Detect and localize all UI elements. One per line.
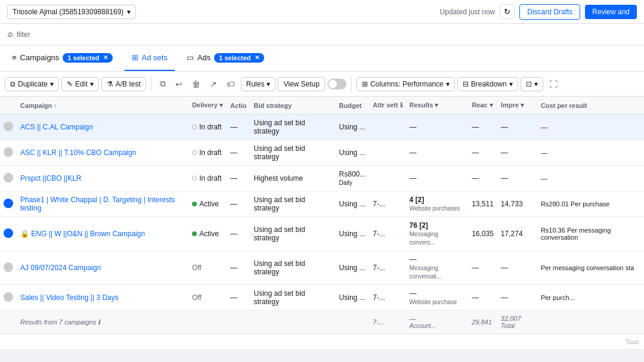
ads-icon: ▭ — [187, 53, 194, 62]
row-toggle-cell — [0, 251, 17, 285]
edit-label: Edit — [75, 80, 88, 88]
ab-test-button[interactable]: ⚗ A/B test — [101, 77, 146, 91]
rules-label: Rules — [246, 80, 265, 88]
adsets-label: Ad sets — [142, 53, 168, 62]
tabs-bar: ≡ Campaigns 1 selected ✕ ⊞ Ad sets ▭ Ads… — [0, 45, 644, 72]
edit-button[interactable]: ✎ Edit ▾ — [61, 77, 99, 91]
active-indicator[interactable] — [4, 199, 13, 208]
copy-button[interactable]: ⧉ — [156, 76, 169, 91]
results-dropdown-icon[interactable]: ▾ — [435, 101, 438, 109]
campaign-name-link[interactable]: ACS || C.AL Campaign — [20, 123, 93, 131]
ads-badge-close[interactable]: ✕ — [255, 54, 259, 61]
attr-sett-cell — [369, 166, 405, 191]
impressions-cell: 17,274 — [497, 217, 537, 251]
bid-strategy-cell: Using ad set bid strategy — [250, 217, 336, 251]
duplicate-chevron: ▾ — [50, 80, 54, 88]
campaign-name-link[interactable]: Prspct ||CBO ||KLR — [20, 174, 82, 182]
inactive-indicator[interactable] — [4, 173, 13, 182]
campaign-name-cell: Prspct ||CBO ||KLR — [17, 166, 188, 191]
tab-ads[interactable]: ▭ Ads 1 selected ✕ — [179, 45, 271, 71]
delivery-dropdown-icon[interactable]: ▾ — [219, 101, 223, 109]
view-setup-label: View Setup — [283, 80, 320, 88]
inactive-indicator[interactable] — [4, 292, 13, 302]
campaigns-badge-close[interactable]: ✕ — [103, 54, 108, 61]
chevron-down-icon: ▾ — [127, 8, 131, 16]
delivery-text: Active — [199, 230, 219, 238]
export-button[interactable]: ⊡ ▾ — [521, 77, 543, 91]
sort-arrow-campaign: ↑ — [54, 103, 57, 109]
refresh-button[interactable]: ↻ — [500, 4, 515, 19]
bid-strategy-cell: Using ad set bid strategy — [250, 140, 336, 166]
move-button[interactable]: ↗ — [206, 77, 221, 91]
results-cell: —Messaging conversati... — [406, 251, 469, 285]
impressions-cell: — — [497, 115, 537, 140]
campaign-name-cell: Phase1 | White Chappal | D. Targeting | … — [17, 191, 188, 217]
updated-text: Updated just now — [440, 8, 496, 16]
active-indicator[interactable] — [4, 228, 13, 238]
impr-dropdown-icon[interactable]: ▾ — [521, 101, 524, 109]
impressions-cell: — — [497, 166, 537, 191]
duplicate-button[interactable]: ⧉ Duplicate ▾ — [5, 77, 59, 91]
reach-dropdown-icon[interactable]: ▾ — [490, 101, 493, 109]
footer-reach: 29,841 — [468, 311, 497, 334]
account-selector[interactable]: Triosole Ajmal (358519309888169) ▾ — [7, 5, 136, 19]
bid-strategy-cell: Using ad set bid strategy — [250, 285, 336, 311]
ads-selected-badge: 1 selected ✕ — [214, 53, 264, 63]
breakdown-icon: ⊟ — [463, 80, 469, 88]
attr-sett-cell — [369, 115, 405, 140]
review-button[interactable]: Review and — [585, 5, 637, 19]
campaigns-selected-badge: 1 selected ✕ — [63, 53, 112, 63]
status-dot — [192, 150, 197, 155]
th-attr: Attr sett ℹ — [369, 97, 405, 115]
bottom-hint: Touc — [0, 334, 644, 349]
reach-cell: 13,511 — [468, 191, 497, 217]
discard-drafts-button[interactable]: Discard Drafts — [519, 4, 580, 20]
campaign-name-link[interactable]: ASC || KLR || T.10% CBO Campaign — [20, 148, 136, 157]
toggle-switch[interactable] — [327, 79, 346, 89]
delete-button[interactable]: 🗑 — [188, 77, 204, 91]
inactive-indicator[interactable] — [4, 147, 13, 157]
cost-cell: Rs10.36 Per messaging conversation — [537, 217, 644, 251]
th-cost: Cost per result — [537, 97, 644, 115]
row-toggle-cell — [0, 166, 17, 191]
reach-cell: — — [468, 285, 497, 311]
tag-button[interactable]: 🏷 — [223, 77, 239, 91]
budget-cell: Using ... — [336, 140, 370, 166]
rules-button[interactable]: Rules ▾ — [241, 77, 276, 91]
table-header-row: Campaign ↑ Delivery ▾ Actio Bid strategy… — [0, 97, 644, 115]
action-cell: — — [227, 217, 250, 251]
status-dot — [192, 202, 197, 206]
budget-cell: Rs800...Daily — [336, 166, 370, 191]
th-campaign[interactable]: Campaign ↑ — [17, 97, 188, 115]
inactive-indicator[interactable] — [4, 122, 13, 131]
campaign-name-link[interactable]: AJ 09/07/2024 Campaign — [20, 264, 101, 272]
duplicate-label: Duplicate — [18, 80, 48, 88]
footer-label: Results from 7 campaigns ℹ — [17, 311, 188, 334]
columns-button[interactable]: ⊞ Columns: Performance ▾ — [357, 77, 455, 91]
action-cell: — — [227, 285, 250, 311]
footer-budget — [336, 311, 370, 334]
tab-adsets[interactable]: ⊞ Ad sets — [125, 45, 175, 71]
undo-button[interactable]: ↩ — [172, 77, 186, 91]
view-setup-button[interactable]: View Setup — [278, 77, 325, 91]
delivery-cell: In draft — [188, 140, 227, 166]
tab-campaigns[interactable]: ≡ Campaigns 1 selected ✕ — [5, 45, 120, 71]
footer-delivery — [188, 311, 227, 334]
reach-cell: — — [468, 251, 497, 285]
budget-cell: Using ... — [336, 251, 370, 285]
edit-icon: ✎ — [67, 80, 73, 88]
filter-label: filter — [17, 30, 30, 39]
campaign-name-link[interactable]: Sales || Video Testing || 3 Days — [20, 293, 119, 302]
fullscreen-button[interactable]: ⛶ — [546, 77, 561, 91]
delivery-text: In draft — [199, 174, 221, 182]
inactive-indicator[interactable] — [4, 262, 13, 272]
delivery-cell: Off — [188, 251, 227, 285]
th-impressions: Impre ▾ — [497, 97, 537, 115]
row-toggle-cell — [0, 140, 17, 166]
campaign-name-link[interactable]: 🔒 ENG || W ||O&N || Brown Campaign — [20, 230, 145, 238]
breakdown-button[interactable]: ⊟ Breakdown ▾ — [457, 77, 518, 91]
campaign-name-cell: 🔒 ENG || W ||O&N || Brown Campaign — [17, 217, 188, 251]
action-cell: — — [227, 115, 250, 140]
campaign-name-link[interactable]: Phase1 | White Chappal | D. Targeting | … — [20, 196, 175, 212]
status-dot — [192, 176, 197, 181]
